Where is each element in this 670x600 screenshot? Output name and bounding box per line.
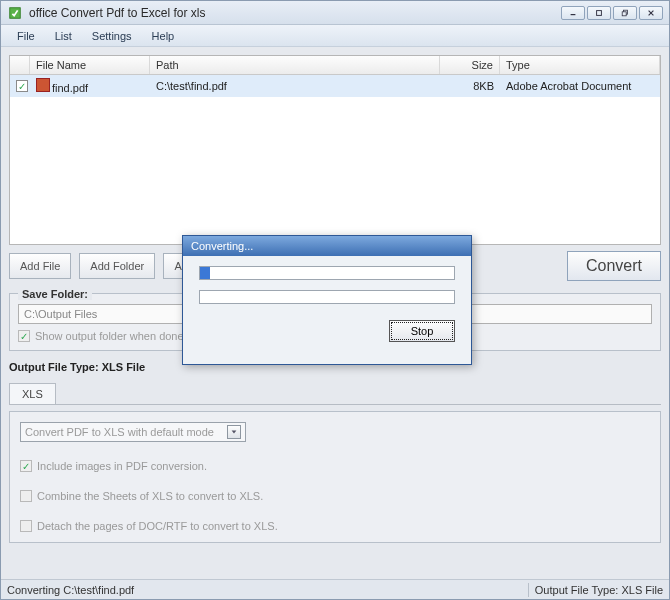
pdf-icon <box>36 78 50 92</box>
combine-sheets-checkbox[interactable] <box>20 490 32 502</box>
show-output-label: Show output folder when done. <box>35 330 187 342</box>
tab-xls[interactable]: XLS <box>9 383 56 404</box>
menu-file[interactable]: File <box>7 27 45 45</box>
include-images-checkbox[interactable] <box>20 460 32 472</box>
detach-pages-label: Detach the pages of DOC/RTF to convert t… <box>37 520 278 532</box>
status-bar: Converting C:\test\find.pdf Output File … <box>1 579 669 599</box>
row-name: find.pdf <box>30 75 150 97</box>
row-type: Adobe Acrobat Document <box>500 77 660 95</box>
table-row[interactable]: find.pdf C:\test\find.pdf 8KB Adobe Acro… <box>10 75 660 97</box>
save-folder-label: Save Folder: <box>18 288 92 300</box>
stop-button[interactable]: Stop <box>389 320 455 342</box>
menu-settings[interactable]: Settings <box>82 27 142 45</box>
combine-sheets-label: Combine the Sheets of XLS to convert to … <box>37 490 263 502</box>
column-path[interactable]: Path <box>150 56 440 74</box>
svg-rect-2 <box>597 10 602 15</box>
svg-rect-4 <box>622 11 626 15</box>
titlebar: office Convert Pdf to Excel for xls <box>1 1 669 25</box>
column-check[interactable] <box>10 56 30 74</box>
add-folder-button[interactable]: Add Folder <box>79 253 155 279</box>
column-size[interactable]: Size <box>440 56 500 74</box>
dialog-title: Converting... <box>183 236 471 256</box>
show-output-checkbox[interactable] <box>18 330 30 342</box>
include-images-label: Include images in PDF conversion. <box>37 460 207 472</box>
menu-help[interactable]: Help <box>142 27 185 45</box>
window-title: office Convert Pdf to Excel for xls <box>29 6 561 20</box>
status-left: Converting C:\test\find.pdf <box>7 584 134 596</box>
tabs: XLS <box>9 383 661 405</box>
chevron-down-icon <box>227 425 241 439</box>
minimize-button[interactable] <box>561 6 585 20</box>
menubar: File List Settings Help <box>1 25 669 47</box>
app-icon <box>7 5 23 21</box>
file-list-header: File Name Path Size Type <box>10 56 660 75</box>
row-checkbox[interactable] <box>10 77 30 96</box>
row-size: 8KB <box>440 77 500 95</box>
file-list[interactable]: File Name Path Size Type find.pdf C:\tes… <box>9 55 661 245</box>
window-buttons <box>561 6 663 20</box>
row-name-text: find.pdf <box>52 82 88 94</box>
progress-bar-1 <box>199 266 455 280</box>
close-button[interactable] <box>639 6 663 20</box>
column-type[interactable]: Type <box>500 56 660 74</box>
menu-list[interactable]: List <box>45 27 82 45</box>
restore-button[interactable] <box>613 6 637 20</box>
column-name[interactable]: File Name <box>30 56 150 74</box>
status-right: Output File Type: XLS File <box>535 584 663 596</box>
row-path: C:\test\find.pdf <box>150 77 440 95</box>
progress-bar-2 <box>199 290 455 304</box>
maximize-button[interactable] <box>587 6 611 20</box>
options-panel: Convert PDF to XLS with default mode Inc… <box>9 411 661 543</box>
conversion-mode-value: Convert PDF to XLS with default mode <box>25 426 214 438</box>
conversion-mode-select[interactable]: Convert PDF to XLS with default mode <box>20 422 246 442</box>
add-file-button[interactable]: Add File <box>9 253 71 279</box>
converting-dialog: Converting... Stop <box>182 235 472 365</box>
detach-pages-checkbox[interactable] <box>20 520 32 532</box>
convert-button[interactable]: Convert <box>567 251 661 281</box>
